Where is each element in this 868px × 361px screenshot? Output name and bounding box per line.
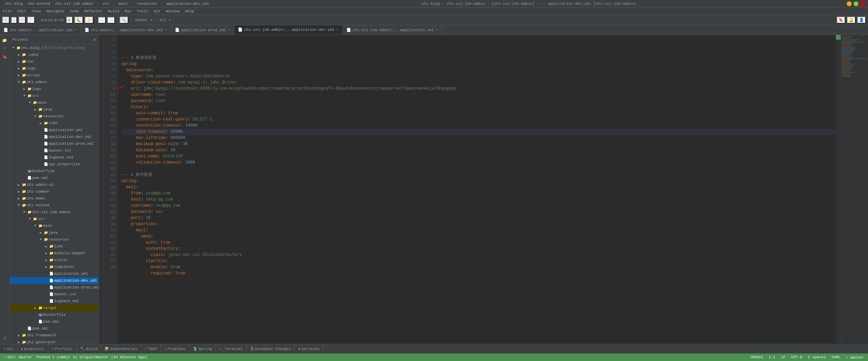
toolbar-user[interactable]: 👤 <box>857 16 866 24</box>
tree-item-resources2[interactable]: ▼ 📁 resources <box>10 236 98 243</box>
tree-item-xxl-banner[interactable]: ▶ 📄 banner.txt <box>10 291 98 298</box>
tab-4[interactable]: 📄 zhi-xxl-job-admin\...application-dev.y… <box>234 25 343 35</box>
tree-item-app-prod[interactable]: ▶ 📄 application-prod.yml <box>10 140 98 147</box>
tree-item-zhi-extend[interactable]: ▼ 📁 zhi-extend <box>10 202 98 209</box>
tree-item-xxl-logback[interactable]: ▶ 📄 logback.xml <box>10 298 98 305</box>
filetype-status[interactable]: YAML <box>830 355 842 359</box>
bottom-tab-spring[interactable]: 🍃 Spring <box>189 344 216 353</box>
tab-1[interactable]: 📄 zhi-admin\...application.yml × <box>0 25 81 35</box>
toolbar-back[interactable]: ← <box>98 17 106 24</box>
tree-item-xxl-app-prod[interactable]: ▶ 📄 application-prod.yml <box>10 284 98 291</box>
tree-item-src2[interactable]: ▼ 📁 src <box>10 216 98 222</box>
tree-item-i18n2[interactable]: ▶ 📁 i18n <box>10 243 98 250</box>
tab-3[interactable]: 📄 application-prod.yml × <box>171 25 234 35</box>
bottom-tab-todo[interactable]: ✓ TODO <box>141 344 161 353</box>
menu-window[interactable]: Window <box>163 9 182 14</box>
tree-item-xxl-app-yml[interactable]: ▶ 📄 application.yml <box>10 270 98 277</box>
tree-item-pom2[interactable]: ▶ 📄 pom.xml <box>10 318 98 325</box>
path-resources[interactable]: resources <box>135 1 159 7</box>
position-status[interactable]: 1:1 <box>767 355 777 359</box>
project-tree[interactable]: ▼ 📁 zhi-blog 公里/ftz-blog/zhi-blog ▶ 📁 .i… <box>10 44 98 344</box>
tab-close-5[interactable]: × <box>435 28 438 32</box>
toolbar-run[interactable]: ▶ <box>66 16 73 24</box>
toolbar-debug[interactable]: 🐛 <box>74 16 83 24</box>
maximize-btn[interactable] <box>854 1 858 6</box>
minimap[interactable] <box>841 35 868 344</box>
tab-close-2[interactable]: × <box>164 28 167 32</box>
tab-close-1[interactable]: × <box>74 28 77 32</box>
tree-item-xxl-app-dev[interactable]: ▶ 📄 application-dev.yml <box>10 277 98 284</box>
tree-item-zhi-xxl-job-admin[interactable]: ▼ 📁 zhi-xxl-job-admin <box>10 209 98 216</box>
tree-item-target[interactable]: ▶ 📁 target <box>10 305 98 311</box>
tree-item-pom1[interactable]: ▶ 📄 pom.xml <box>10 175 98 181</box>
tree-item-app-yml[interactable]: ▶ 📄 application.yml <box>10 127 98 133</box>
bottom-tab-endpoints[interactable]: ◈ Endpoints <box>17 344 48 353</box>
tree-item-main[interactable]: ▼ 📁 main <box>10 99 98 106</box>
tree-item-templates[interactable]: ▶ 📁 templates <box>10 263 98 270</box>
side-icon-project[interactable]: 📁 <box>1 36 9 44</box>
panel-settings-icon[interactable]: ⚙ <box>93 37 95 42</box>
tree-item-idea[interactable]: ▶ 📁 .idea <box>10 51 98 58</box>
tree-item-static[interactable]: ▶ 📁 static <box>10 257 98 263</box>
bottom-tab-services[interactable]: ⚙ Services <box>295 344 323 353</box>
menu-build[interactable]: Build <box>105 9 122 14</box>
app-name-zhi-xxl[interactable]: zhi-xxl-job-admin <box>53 1 95 7</box>
git-status[interactable]: ⑂ Git: master <box>3 355 34 359</box>
bottom-tab-database[interactable]: 🗄 Database Changes <box>247 344 295 353</box>
tree-item-java2[interactable]: ▶ 📁 java <box>10 229 98 236</box>
toolbar-coverage[interactable]: ⚡ <box>85 16 93 24</box>
master-status[interactable]: ✓ master <box>844 355 865 360</box>
tree-item-zhi-generator[interactable]: ▶ 📁 zhi-generator <box>10 339 98 344</box>
tree-item-script[interactable]: ▶ 📁 script <box>10 72 98 79</box>
tree-item-pom3[interactable]: ▶ 📄 pom.xml <box>10 325 98 332</box>
bottom-tab-problems[interactable]: ⚠ Problems <box>161 344 189 353</box>
jrebel-label[interactable]: JRebel ▾ <box>133 18 154 22</box>
bottom-tab-build[interactable]: 🔨 Build <box>77 344 101 353</box>
tree-item-zhi-demo[interactable]: ▶ 📁 zhi-demo <box>10 195 98 202</box>
tree-item-src[interactable]: ▼ 📁 src <box>10 92 98 99</box>
side-icon-commit[interactable]: ⑂ <box>1 44 9 53</box>
toolbar-find[interactable]: 🔍 <box>119 16 128 24</box>
tab-2[interactable]: 📄 zhi-admin\...application-dev.yml × <box>81 25 171 35</box>
menu-tools[interactable]: Tools <box>134 9 151 14</box>
toolbar-more[interactable]: ⋯ <box>27 16 35 24</box>
tab-close-3[interactable]: × <box>228 28 231 32</box>
path-file[interactable]: application-dev.yml <box>164 1 211 7</box>
path-main[interactable]: main <box>116 1 129 7</box>
menu-edit[interactable]: Edit <box>14 9 29 14</box>
tree-item-zhi-framework[interactable]: ▶ 📁 zhi-framework <box>10 332 98 339</box>
tree-item-app-dev-yml[interactable]: ▶ 📄 application-dev.yml <box>10 133 98 140</box>
tree-item-resources[interactable]: ▼ 📁 resources <box>10 113 98 120</box>
toolbar-bookmark[interactable]: 🔖 <box>837 16 845 24</box>
bottom-tab-dependencies[interactable]: 📦 Dependencies <box>101 344 141 353</box>
toolbar-notifications[interactable]: 🔔 <box>847 16 856 24</box>
tree-item-zhi-common[interactable]: ▶ 📁 zhi-common <box>10 188 98 195</box>
tree-item-zhi-admin-ui[interactable]: ▶ 📁 zhi-admin-ui <box>10 181 98 188</box>
tree-item-logs[interactable]: ▶ 📁 logs <box>10 65 98 72</box>
bottom-tab-profiler[interactable]: ⚡ Profiler <box>48 344 77 353</box>
tree-item-java[interactable]: ▶ 📁 java <box>10 106 98 113</box>
side-icon-bookmarks[interactable]: 🔖 <box>1 53 9 61</box>
path-src[interactable]: src <box>101 1 112 7</box>
jrebel-status[interactable]: JRebel <box>748 355 765 359</box>
tree-item-logs2[interactable]: ▶ 📁 logs <box>10 86 98 92</box>
menu-refactor[interactable]: Refactor <box>81 9 105 14</box>
tree-item-mybatis[interactable]: ▶ 📁 mybatis-mapper <box>10 250 98 257</box>
menu-run[interactable]: Run <box>122 9 134 14</box>
tree-item-dockerfile2[interactable]: ▶ 🐳 Dockerfile <box>10 311 98 318</box>
tree-item-main2[interactable]: ▼ 📁 main <box>10 222 98 229</box>
tree-item-dockerfile[interactable]: ▶ 🐳 Dockerfile <box>10 168 98 175</box>
minimize-btn[interactable] <box>847 1 852 6</box>
tree-item-spy[interactable]: ▶ 📄 spy.properties <box>10 161 98 168</box>
toolbar-align[interactable]: ≡ <box>11 17 17 24</box>
tree-item-logback[interactable]: ▶ 📄 logback.xml <box>10 154 98 161</box>
tree-item-run[interactable]: ▶ 📁 run <box>10 58 98 65</box>
menu-navigate[interactable]: Navigate <box>43 9 67 14</box>
menu-code[interactable]: Code <box>67 9 81 14</box>
bottom-tab-git[interactable]: ⑂ Git <box>0 344 17 353</box>
tree-item-zhi-blog[interactable]: ▼ 📁 zhi-blog 公里/ftz-blog/zhi-blog <box>10 44 98 51</box>
menu-file[interactable]: File <box>0 9 14 14</box>
toolbar-forward[interactable]: → <box>107 17 115 24</box>
line-sep-status[interactable]: LF <box>780 355 787 359</box>
app-name-zhi-blog[interactable]: zhi-blog <box>3 1 25 7</box>
